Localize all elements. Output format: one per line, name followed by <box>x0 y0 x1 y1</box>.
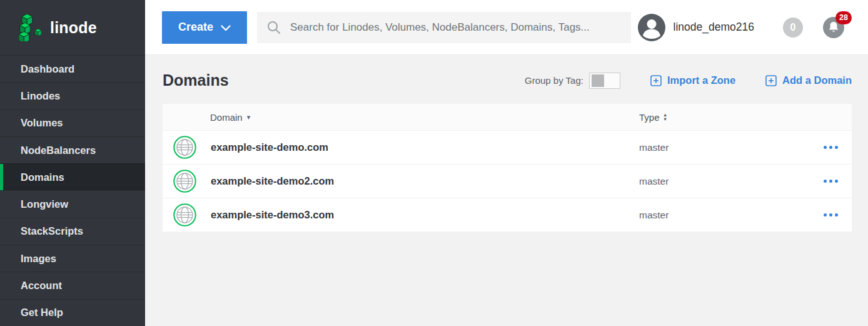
add-domain-label: Add a Domain <box>782 74 852 86</box>
import-zone-label: Import a Zone <box>667 74 735 86</box>
sidebar-item-longview[interactable]: Longview <box>0 190 145 217</box>
row-actions-button[interactable] <box>820 176 842 186</box>
sort-both-icon: ▴▾ <box>664 113 667 121</box>
sidebar-item-account[interactable]: Account <box>0 272 145 298</box>
chevron-down-icon <box>221 25 231 31</box>
topbar: Create linode_demo216 0 28 <box>145 0 868 55</box>
sidebar-item-nodebalancers[interactable]: NodeBalancers <box>0 136 145 163</box>
plus-square-icon <box>650 75 662 86</box>
sidebar-item-label: Domains <box>21 171 64 183</box>
globe-icon <box>173 203 196 227</box>
column-header-type[interactable]: Type ▴▾ <box>639 112 802 123</box>
sidebar-item-label: Longview <box>21 198 68 210</box>
page-title: Domains <box>163 71 229 89</box>
search-icon <box>266 20 281 35</box>
app-window: linode Dashboard Linodes Volumes NodeBal… <box>0 0 868 326</box>
domains-table: Domain ▾ Type ▴▾ example-site-demo.com m… <box>163 104 852 232</box>
globe-icon <box>173 170 196 193</box>
page-header: Domains Group by Tag: Import a Zone Add … <box>163 63 852 98</box>
create-button[interactable]: Create <box>162 11 247 44</box>
linode-logo[interactable]: linode <box>0 0 145 55</box>
import-zone-link[interactable]: Import a Zone <box>650 74 735 86</box>
group-by-tag-toggle[interactable] <box>589 73 620 89</box>
group-by-tag-label: Group by Tag: <box>525 75 583 86</box>
toggle-knob <box>592 74 604 87</box>
domain-link[interactable]: example-site-demo3.com <box>211 209 334 221</box>
sidebar-item-label: Dashboard <box>21 63 74 75</box>
username[interactable]: linode_demo216 <box>674 21 754 34</box>
global-search[interactable] <box>257 12 631 43</box>
sidebar-item-volumes[interactable]: Volumes <box>0 110 145 136</box>
domains-page: Domains Group by Tag: Import a Zone Add … <box>145 55 868 326</box>
domain-type: master <box>639 142 802 153</box>
domain-link[interactable]: example-site-demo2.com <box>211 175 334 187</box>
table-row: example-site-demo2.com master <box>163 164 852 198</box>
sidebar-item-label: Volumes <box>21 117 63 129</box>
sidebar-item-stackscripts[interactable]: StackScripts <box>0 218 145 245</box>
user-avatar[interactable] <box>638 14 665 41</box>
domain-link[interactable]: example-site-demo.com <box>211 141 328 153</box>
brand-name: linode <box>50 19 97 37</box>
sidebar-item-images[interactable]: Images <box>0 245 145 272</box>
row-actions-button[interactable] <box>820 210 842 220</box>
table-row: example-site-demo.com master <box>163 130 852 164</box>
table-row: example-site-demo3.com master <box>163 198 852 232</box>
user-icon <box>638 14 665 41</box>
row-actions-button[interactable] <box>820 142 842 153</box>
search-input[interactable] <box>290 21 622 34</box>
add-domain-link[interactable]: Add a Domain <box>765 74 852 86</box>
sidebar-item-label: NodeBalancers <box>21 145 96 156</box>
sidebar-item-label: StackScripts <box>21 225 83 237</box>
column-label: Type <box>639 112 660 123</box>
notifications: 28 <box>823 17 844 38</box>
pending-count-badge[interactable]: 0 <box>783 18 803 38</box>
domain-type: master <box>639 176 802 187</box>
linode-logo-icon <box>19 14 44 41</box>
sidebar-item-get-help[interactable]: Get Help <box>0 299 145 326</box>
sidebar-item-label: Get Help <box>21 307 63 318</box>
sort-desc-icon: ▾ <box>247 113 251 121</box>
sidebar-item-label: Images <box>21 253 56 265</box>
notification-count: 28 <box>839 13 848 22</box>
create-button-label: Create <box>178 21 213 34</box>
sidebar-item-label: Linodes <box>21 90 60 102</box>
column-header-domain[interactable]: Domain ▾ <box>163 112 639 123</box>
sidebar-nav: Dashboard Linodes Volumes NodeBalancers … <box>0 55 145 326</box>
domain-type: master <box>639 210 802 221</box>
sidebar-item-dashboard[interactable]: Dashboard <box>0 55 145 82</box>
pending-count: 0 <box>790 22 796 33</box>
globe-icon <box>173 136 196 159</box>
sidebar-item-label: Account <box>21 280 62 292</box>
sidebar-item-linodes[interactable]: Linodes <box>0 82 145 109</box>
column-label: Domain <box>210 112 243 123</box>
page-actions: Group by Tag: Import a Zone Add a Domain <box>525 73 852 89</box>
sidebar: linode Dashboard Linodes Volumes NodeBal… <box>0 0 145 326</box>
account-cluster: linode_demo216 0 28 <box>638 14 852 41</box>
plus-square-icon <box>765 75 777 86</box>
main-area: Create linode_demo216 0 28 <box>145 0 868 326</box>
notification-count-badge: 28 <box>835 11 852 24</box>
sidebar-item-domains[interactable]: Domains <box>0 163 145 190</box>
table-header: Domain ▾ Type ▴▾ <box>163 104 852 130</box>
